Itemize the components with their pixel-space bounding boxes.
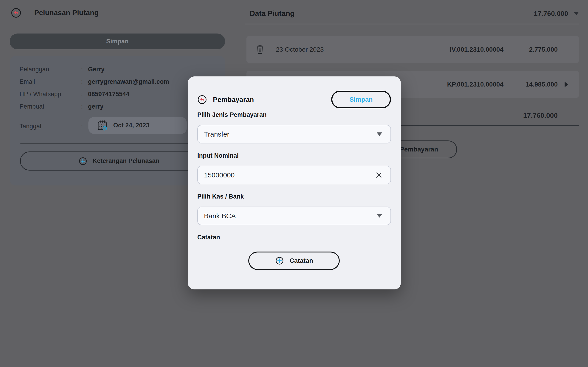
row-colon: : — [81, 103, 88, 110]
row-label: Pembuat — [19, 103, 81, 110]
catatan-button[interactable]: Catatan — [248, 251, 340, 270]
plus-circle-icon — [275, 256, 284, 265]
bank-select[interactable]: Bank BCA — [197, 207, 391, 225]
customer-row: Pembuat : gerry — [19, 103, 104, 110]
date-value: Oct 24, 2023 — [113, 122, 150, 129]
chevron-right-icon[interactable] — [565, 82, 568, 87]
header-divider — [245, 24, 579, 24]
page-header: Pelunasan Piutang — [11, 8, 99, 18]
plus-circle-icon — [78, 157, 87, 166]
payment-type-value: Transfer — [204, 130, 230, 138]
payment-type-select[interactable]: Transfer — [197, 125, 391, 143]
row-value: Gerry — [88, 66, 104, 73]
row-label: HP / Whatsapp — [19, 91, 81, 98]
row-label: Pelanggan — [19, 66, 81, 73]
pembayaran-label: Pembayaran — [400, 146, 438, 153]
date-picker[interactable]: Oct 24, 2023 — [88, 117, 187, 134]
caret-down-icon — [377, 214, 382, 217]
row-colon: : — [81, 66, 88, 73]
receivable-row[interactable]: 23 October 2023 IV.001.2310.00004 2.775.… — [247, 36, 579, 63]
bank-value: Bank BCA — [204, 212, 236, 220]
back-icon[interactable] — [11, 8, 21, 18]
nominal-value: 15000000 — [204, 171, 235, 179]
total-header-amount: 17.760.000 — [534, 10, 568, 17]
date-row: Tanggal : — [19, 123, 88, 130]
modal-title: Pembayaran — [213, 96, 254, 103]
row-colon: : — [81, 78, 88, 85]
row-date: 23 October 2023 — [276, 46, 324, 53]
row-value: gerrygrenawan@gmail.com — [88, 78, 169, 85]
row-doc-number: KP.001.2310.00004 — [447, 81, 504, 88]
modal-save-button[interactable]: Simpan — [331, 91, 391, 108]
row-colon: : — [81, 91, 88, 98]
modal-header: Pembayaran Simpan — [197, 91, 391, 108]
row-label: Tanggal — [19, 123, 81, 130]
row-value: 085974175544 — [88, 91, 129, 98]
data-piutang-header: Data Piutang 17.760.000 — [245, 9, 579, 18]
customer-row: Pelanggan : Gerry — [19, 66, 104, 73]
row-value: gerry — [88, 103, 104, 110]
row-amount: 2.775.000 — [516, 46, 558, 53]
payment-type-label: Pilih Jenis Pembayaran — [197, 111, 267, 118]
clear-x-icon[interactable] — [375, 172, 382, 179]
catatan-button-label: Catatan — [290, 257, 313, 264]
nominal-input[interactable]: 15000000 — [197, 166, 391, 184]
row-colon: : — [81, 123, 88, 130]
pembayaran-modal: Pembayaran Simpan Pilih Jenis Pembayaran… — [188, 76, 401, 289]
keterangan-label: Keterangan Pelunasan — [93, 158, 159, 165]
calendar-clock-icon — [97, 120, 108, 131]
nominal-label: Input Nominal — [197, 152, 239, 159]
row-label: Email — [19, 78, 81, 85]
save-button-disabled[interactable]: Simpan — [10, 33, 225, 49]
customer-row: HP / Whatsapp : 085974175544 — [19, 91, 129, 98]
customer-row: Email : gerrygrenawan@gmail.com — [19, 78, 169, 85]
row-amount: 14.985.000 — [516, 81, 558, 88]
panel-divider — [20, 143, 214, 144]
page-title: Pelunasan Piutang — [34, 9, 99, 17]
caret-down-icon — [377, 133, 382, 136]
row-doc-number: IV.001.2310.00004 — [450, 46, 503, 53]
caret-down-icon[interactable] — [574, 12, 579, 15]
data-piutang-title: Data Piutang — [250, 9, 295, 18]
back-icon[interactable] — [197, 95, 207, 104]
trash-icon[interactable] — [256, 45, 264, 54]
bank-label: Pilih Kas / Bank — [197, 193, 244, 200]
note-label: Catatan — [197, 234, 220, 241]
